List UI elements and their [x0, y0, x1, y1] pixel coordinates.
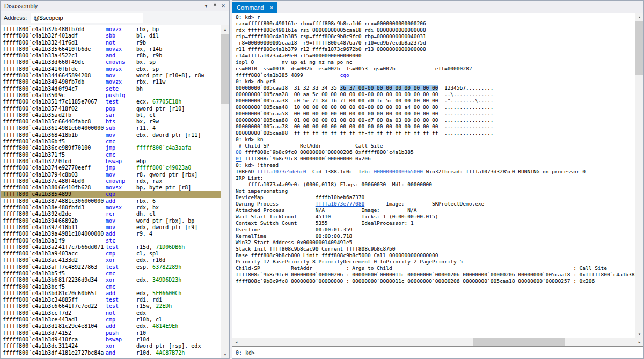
disasm-line[interactable]: fffff800`c4a1b3ccf7d2notedx — [1, 310, 221, 317]
scrollbar-thumb[interactable] — [635, 21, 643, 75]
disasm-line[interactable]: fffff800`c4a1b3446645894208movword ptr [… — [1, 72, 221, 79]
output-text: Child-SP RetAddr : Args to Child : Call … — [236, 265, 607, 271]
close-icon[interactable]: ✕ — [219, 2, 228, 10]
tab-close-icon[interactable]: × — [270, 5, 273, 11]
disasm-line[interactable]: fffff800`c4a1b3d74152pushr10 — [1, 330, 221, 336]
output-text: Wait Start TickCount 45110 Ticks: 1 (0:0… — [236, 214, 438, 219]
scroll-down-icon[interactable]: ▼ — [221, 350, 229, 358]
address-link[interactable]: ffffa1073e5de6c0 — [257, 168, 306, 174]
disasm-line[interactable]: fffff800`c4a1b3df4181e2727bc84aandr10d, … — [1, 350, 221, 356]
instruction-bytes: 4181e2727bc84a — [58, 350, 106, 356]
disasm-line[interactable]: fffff800`c4a1b37c480f4bd0cmovnprdx, rax — [1, 178, 221, 185]
disasm-line[interactable]: fffff800`c4a1b32b480fb7ddmovzxrbx, bp — [1, 26, 221, 33]
scroll-right-icon[interactable]: ► — [635, 338, 643, 346]
output-text: Priority 12 BasePriority 8 PriorityDecre… — [236, 259, 463, 265]
disasm-line[interactable]: fffff800`c4a1b3410fbfdcmovsxebx, sp — [1, 66, 221, 72]
disasm-line[interactable]: fffff800`c4a1b38066410fb628movsxbp, byte… — [1, 185, 221, 191]
scroll-up-icon[interactable]: ▲ — [221, 25, 229, 33]
scrollbar-thumb[interactable] — [473, 338, 565, 346]
command-output-line: THREAD ffffa1073e5de6c0 Cid 1388.1c0c Te… — [236, 168, 635, 175]
scroll-up-icon[interactable]: ▲ — [635, 13, 643, 21]
disasm-line[interactable]: fffff800`c4a1b392d2dercrdh, cl — [1, 211, 221, 217]
disasm-line[interactable]: fffff800`c4a1b35c66440fabc8btsbx, r9w — [1, 119, 221, 125]
command-output-line: 00000000`005caa68 01 00 00 00 01 00 00 0… — [236, 117, 635, 123]
disasm-line[interactable]: fffff800`c4a1b357418f02popqword ptr [r10… — [1, 106, 221, 112]
disasm-line[interactable]: fffff800`c4a1b3ac4133d2xoredx, r10d — [1, 257, 221, 263]
instruction-operands: bx, sp — [136, 59, 156, 65]
disasm-line[interactable]: fffff800`c4a1b36ce989f70100jmpfffff800`c… — [1, 145, 221, 151]
disasm-line[interactable]: fffff800`c4a1b33566410fb6demovzxbx, r14b — [1, 46, 221, 53]
disasm-line[interactable]: fffff800`c4a1b39466892bmovword ptr [rbx]… — [1, 218, 221, 224]
address-link[interactable]: 01 — [236, 156, 241, 162]
instruction-address: fffff800`c4a1b35c — [3, 119, 58, 125]
address-link[interactable]: 0000000000365000 — [374, 168, 423, 174]
disasm-line[interactable]: fffff800`c4a1b3d181c29e4e8104addedx, 481… — [1, 323, 221, 329]
address-link[interactable]: ffffa1073e777080 — [316, 201, 365, 207]
disasm-line[interactable]: fffff800`c4a1b397418b11movedx, dword ptr… — [1, 224, 221, 231]
disasm-line[interactable]: fffff800`c4a1b371f5cmc — [1, 152, 221, 158]
instruction-address: fffff800`c4a1b374 — [3, 165, 58, 171]
disasm-line[interactable]: fffff800`c4a1b3720fcdbswapebp — [1, 158, 221, 165]
disasm-line[interactable]: fffff800`c4a1b34d0f94c7setebh — [1, 86, 221, 92]
disasm-line[interactable]: fffff800`c4a1b3aff7c489227863testesp, 63… — [1, 264, 221, 270]
disasm-line[interactable]: fffff800`c4a1b3d9410fcabswapr10d — [1, 336, 221, 343]
instruction-immediate: 4814E9Eh — [152, 323, 178, 329]
instruction-mnemonic: pop — [106, 106, 136, 112]
disasm-line-current[interactable]: fffff800`c4a1b3854899cqo — [1, 191, 221, 197]
scroll-left-icon[interactable]: ◄ — [232, 338, 240, 346]
disasm-line[interactable]: fffff800`c4a1b3b5f5cmc — [1, 270, 221, 277]
disasm-line[interactable]: fffff800`c4a1b3b681f2236d9d34xoredx, 349… — [1, 277, 221, 283]
output-text: r8=00000000005caa18 r9=fffff800c4876a70 … — [236, 40, 426, 46]
disasm-line[interactable]: fffff800`c4a1b32f401adfsbbbl, dil — [1, 33, 221, 39]
instruction-operands: r10d, 4AC87B72h — [136, 350, 185, 356]
scrollbar-track[interactable] — [240, 338, 635, 346]
disasm-line[interactable]: fffff800`c4a1b349490fb7dbmovzxrbx, r11w — [1, 79, 221, 85]
disasm-line[interactable]: fffff800`c4a1b3509cpushfq — [1, 92, 221, 99]
disasm-line[interactable]: fffff800`c4a1b3bd81c20c60b65faddedx, 5FB… — [1, 290, 221, 297]
disasm-line[interactable]: fffff800`c4a1b3ce443ad1cmpr10b, cl — [1, 317, 221, 323]
tab-command[interactable]: Command × — [232, 2, 277, 13]
disasm-line[interactable]: fffff800`c4a1b3c66641f7c7ed22testr15w, 2… — [1, 303, 221, 310]
instruction-address: fffff800`c4a1b394 — [3, 218, 58, 224]
disasm-line[interactable]: fffff800`c4a1b3dc311424xordword ptr [rsp… — [1, 343, 221, 349]
command-hscrollbar[interactable]: ◄ ► — [232, 338, 643, 346]
disasm-line[interactable]: fffff800`c4a1b3c34885fftestrdi, rdi — [1, 297, 221, 303]
instruction-mnemonic: cmc — [106, 270, 136, 277]
address-input[interactable] — [31, 13, 143, 23]
command-body: 0: kd> rrax=fffff800c490161e rbx=ffff808… — [232, 13, 643, 338]
disasm-line[interactable]: fffff800`c4a1b374e92770eeffjmpfffff800`c… — [1, 165, 221, 171]
disasm-line[interactable]: fffff800`c4a1b3874881c306000000addrbx, 6 — [1, 198, 221, 204]
instruction-address: fffff800`c4a1b349 — [3, 79, 58, 85]
disasm-line[interactable]: fffff800`c4a1b36bf5cmc — [1, 138, 221, 145]
instruction-bytes: 403acc — [58, 251, 106, 257]
disasm-line[interactable]: fffff800`c4a1b35ad2fbsarbl, cl — [1, 112, 221, 119]
disasm-line[interactable]: fffff800`c4a1b3bcf5cmc — [1, 284, 221, 290]
instruction-address: fffff800`c4a1b3d7 — [3, 330, 58, 336]
command-output-line: rdx=fffff800c490161e rsi=00000000005caa1… — [236, 27, 635, 33]
scrollbar-track[interactable] — [635, 75, 643, 330]
instruction-bytes: 660f49dc — [58, 59, 106, 65]
command-input[interactable] — [255, 347, 643, 358]
command-scrollbar[interactable]: ▲ ▼ — [635, 13, 643, 338]
disasm-line[interactable]: fffff800`c4a1b3614981eb04000000subr11, 4 — [1, 125, 221, 131]
disasm-line[interactable]: fffff800`c4a1b39a4981c104000000addr9, 4 — [1, 231, 221, 237]
window-menu-icon[interactable]: ▾ — [202, 2, 210, 10]
output-text: Not impersonating — [236, 188, 288, 194]
disasm-line[interactable]: fffff800`c4a1b38e480fbfd3movsxrdx, bx — [1, 204, 221, 211]
disasm-line[interactable]: fffff800`c4a1b3794c8b03movr8, qword ptr … — [1, 172, 221, 178]
disassembly-scrollbar[interactable]: ▲ ▼ — [221, 25, 229, 358]
disasm-line[interactable]: fffff800`c4a1b33241f6d1notr9b — [1, 40, 221, 46]
disasm-line[interactable]: fffff800`c4a1b33a4522c1andr8b, r9b — [1, 53, 221, 59]
scrollbar-track[interactable] — [221, 104, 229, 350]
disasm-line[interactable]: fffff800`c4a1b33d660f49dccmovnsbx, sp — [1, 59, 221, 65]
disasm-line[interactable]: fffff800`c4a1b3a1f9stc — [1, 238, 221, 244]
pin-icon[interactable] — [210, 2, 219, 10]
address-link[interactable]: 00 — [236, 149, 241, 155]
disasm-line[interactable]: fffff800`c4a1b3a241f7c7b66dd071testr15d,… — [1, 244, 221, 251]
disasm-line[interactable]: fffff800`c4a1b3a9403acccmpcl, spl — [1, 251, 221, 257]
disasm-line[interactable]: fffff800`c4a1b351f7c1185e7067testecx, 67… — [1, 99, 221, 105]
scroll-down-icon[interactable]: ▼ — [635, 330, 643, 338]
command-output-line: Context Switch Count 5355 IdealProcessor… — [236, 220, 635, 226]
disasm-line[interactable]: fffff800`c4a1b368418b1bmovebx, dword ptr… — [1, 132, 221, 138]
scrollbar-thumb[interactable] — [221, 34, 229, 104]
